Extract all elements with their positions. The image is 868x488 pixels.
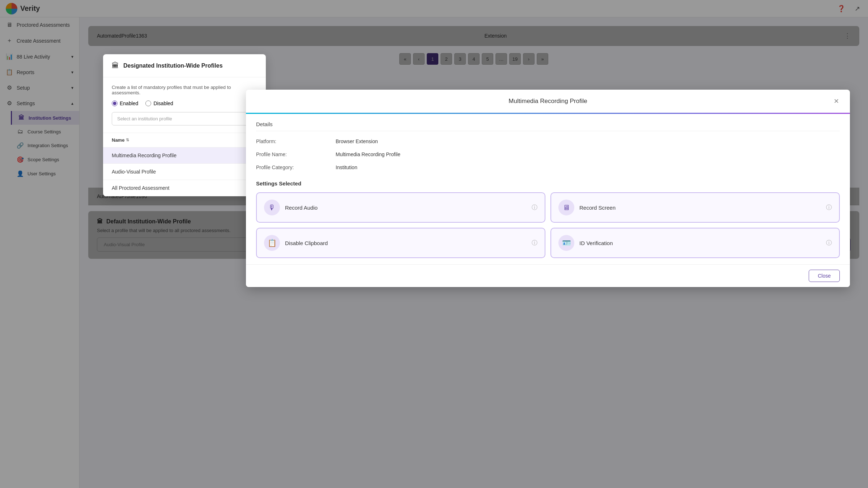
right-modal-footer: Close [246, 264, 850, 287]
institution-profile-select[interactable]: Select an institution profile [112, 112, 257, 125]
radio-group: Enabled Disabled [112, 100, 257, 106]
multimedia-recording-modal: Multimedia Recording Profile ✕ Details P… [246, 90, 850, 287]
id-card-icon: 🪪 [558, 235, 574, 251]
id-verification-info-icon[interactable]: ⓘ [826, 239, 832, 247]
name-column-header: Name [112, 137, 124, 143]
profile-category-label: Profile Category: [256, 163, 336, 172]
close-modal-button[interactable]: ✕ [831, 96, 841, 106]
table-header: Name ⇅ [103, 133, 266, 147]
record-screen-label: Record Screen [579, 205, 821, 211]
record-audio-info-icon[interactable]: ⓘ [532, 204, 537, 211]
id-verification-label: ID Verification [579, 240, 821, 246]
left-modal-title: Designated Institution-Wide Profiles [123, 63, 223, 69]
designated-profiles-modal: 🏛 Designated Institution-Wide Profiles C… [103, 54, 266, 196]
left-modal-table: Name ⇅ Multimedia Recording Profile Audi… [103, 133, 266, 196]
profile-name-label: Profile Name: [256, 150, 336, 159]
profile-name-value: Multimedia Recording Profile [336, 150, 840, 159]
record-audio-card: 🎙 Record Audio ⓘ [256, 192, 545, 223]
profile-row-all-proctored[interactable]: All Proctored Assessment [103, 180, 266, 196]
details-section-label: Details [256, 121, 840, 131]
close-footer-button[interactable]: Close [809, 270, 840, 282]
microphone-icon: 🎙 [264, 200, 280, 215]
bank-icon: 🏛 [112, 61, 119, 70]
sort-icon[interactable]: ⇅ [126, 138, 129, 142]
screen-icon: 🖥 [558, 200, 574, 215]
disable-clipboard-label: Disable Clipboard [285, 240, 527, 246]
disabled-radio[interactable]: Disabled [145, 100, 173, 106]
profile-category-value: Institution [336, 163, 840, 172]
clipboard-icon: 📋 [264, 235, 280, 251]
right-modal-header: Multimedia Recording Profile ✕ [246, 90, 850, 114]
record-screen-info-icon[interactable]: ⓘ [826, 204, 832, 211]
disable-clipboard-info-icon[interactable]: ⓘ [532, 239, 537, 247]
profile-row-audio-visual[interactable]: Audio-Visual Profile [103, 164, 266, 180]
id-verification-card: 🪪 ID Verification ⓘ [550, 228, 840, 258]
settings-grid: 🎙 Record Audio ⓘ 🖥 Record Screen ⓘ 📋 Dis… [256, 192, 840, 258]
left-modal-header: 🏛 Designated Institution-Wide Profiles [103, 54, 266, 77]
record-audio-label: Record Audio [285, 205, 527, 211]
settings-selected-label: Settings Selected [256, 180, 840, 187]
enabled-radio[interactable]: Enabled [112, 100, 138, 106]
right-modal-title: Multimedia Recording Profile [265, 98, 831, 105]
left-modal-desc: Create a list of mandatory profiles that… [112, 85, 257, 95]
detail-grid: Platform: Browser Extension Profile Name… [256, 137, 840, 172]
right-modal-body: Details Platform: Browser Extension Prof… [246, 114, 850, 287]
platform-value: Browser Extension [336, 137, 840, 146]
record-screen-card: 🖥 Record Screen ⓘ [550, 192, 840, 223]
left-modal-body: Create a list of mandatory profiles that… [103, 77, 266, 133]
disable-clipboard-card: 📋 Disable Clipboard ⓘ [256, 228, 545, 258]
profile-row-multimedia[interactable]: Multimedia Recording Profile [103, 147, 266, 164]
platform-label: Platform: [256, 137, 336, 146]
